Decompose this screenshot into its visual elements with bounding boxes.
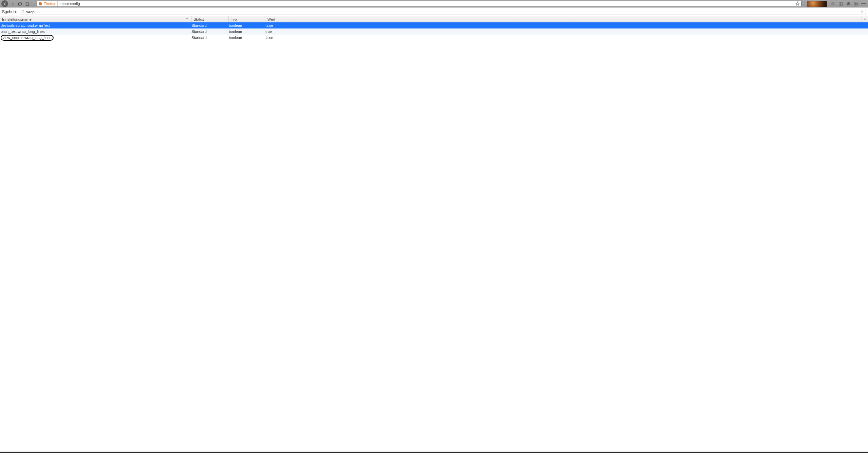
url-bar[interactable]: Firefox <box>37 1 802 7</box>
library-icon[interactable] <box>831 1 836 6</box>
identity-label: Firefox <box>44 2 55 6</box>
url-input[interactable] <box>60 2 793 6</box>
column-header-type[interactable]: Typ <box>229 16 265 22</box>
svg-rect-5 <box>865 19 866 20</box>
column-header-name-label: Einstellungsname <box>2 17 32 21</box>
bookmark-star-icon[interactable] <box>795 1 800 6</box>
firefox-icon <box>38 2 42 6</box>
pref-type: boolean <box>229 23 265 27</box>
addon-icon-1[interactable] <box>846 1 851 6</box>
back-button[interactable] <box>1 0 8 7</box>
pref-status: Standard <box>191 29 229 34</box>
window-bottom-strip <box>0 452 868 453</box>
clear-search-icon[interactable]: ✕ <box>860 9 864 14</box>
pref-status: Standard <box>191 36 229 40</box>
pref-row[interactable]: plain_text.wrap_long_linesStandardboolea… <box>0 28 868 35</box>
sort-ascending-icon: ⌃ <box>186 17 188 21</box>
toolbar-theme-art <box>807 1 827 7</box>
svg-rect-1 <box>839 2 843 5</box>
pref-value: false <box>265 36 868 40</box>
column-picker-button[interactable] <box>862 16 868 22</box>
pref-name: view_source.wrap_long_lines <box>0 35 191 41</box>
pref-value: false <box>265 23 868 27</box>
column-header-name[interactable]: Einstellungsname ⌃ <box>0 16 191 22</box>
browser-toolbar: Firefox <box>0 0 868 7</box>
pref-rows: devtools.scratchpad.wrapTextStandardbool… <box>0 22 868 452</box>
search-field[interactable]: ✕ <box>20 9 866 15</box>
search-label: Suchen: <box>2 9 17 14</box>
column-header-status-label: Status <box>194 17 204 21</box>
pref-type: boolean <box>229 36 265 40</box>
column-header-type-label: Typ <box>231 17 237 21</box>
home-button[interactable] <box>24 1 31 7</box>
pref-type: boolean <box>229 29 265 34</box>
forward-button <box>9 1 16 7</box>
app-menu-button[interactable] <box>861 1 867 7</box>
pref-row[interactable]: view_source.wrap_long_linesStandardboole… <box>0 35 868 41</box>
search-input[interactable] <box>26 10 859 14</box>
pref-name: devtools.scratchpad.wrapText <box>0 23 191 27</box>
reload-button[interactable] <box>17 1 23 7</box>
column-headers: Einstellungsname ⌃ Status Typ Wert <box>0 16 868 22</box>
column-header-value[interactable]: Wert <box>265 16 862 22</box>
column-header-value-label: Wert <box>267 17 275 21</box>
column-header-status[interactable]: Status <box>191 16 229 22</box>
sidebar-toggle-icon[interactable] <box>838 1 844 6</box>
addon-icon-2[interactable] <box>853 1 859 6</box>
pref-status: Standard <box>191 23 229 27</box>
toolbar-right-icons <box>831 1 859 6</box>
svg-point-3 <box>855 3 856 4</box>
search-icon <box>21 10 25 14</box>
aboutconfig-search-row: Suchen: ✕ <box>0 7 868 16</box>
pref-name: plain_text.wrap_long_lines <box>0 29 191 34</box>
svg-point-4 <box>22 11 24 12</box>
pref-value: true <box>265 29 868 34</box>
identity-box[interactable]: Firefox <box>38 1 58 6</box>
pref-row[interactable]: devtools.scratchpad.wrapTextStandardbool… <box>0 22 868 28</box>
